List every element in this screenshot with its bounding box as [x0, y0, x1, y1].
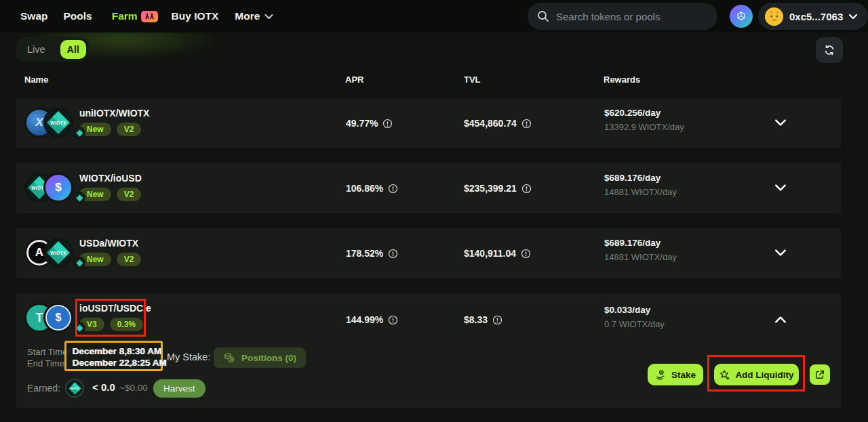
earned-usd-value: ~$0.00	[119, 383, 148, 393]
nav-farm-label: Farm	[112, 10, 138, 22]
nav-pools[interactable]: Pools	[63, 10, 92, 22]
nav-more-label: More	[235, 10, 260, 22]
nav-farm[interactable]: Farm	[112, 10, 158, 22]
earned-label: Earned:	[27, 383, 60, 394]
farm-row-usda-wiotx[interactable]: A WIOTX USDa/WIOTX New V2 178.52% $140,9…	[16, 228, 841, 278]
farm-row-wiotx-iousd[interactable]: WIOTX $ WIOTX/ioUSD New V2 106.86% $235,…	[16, 163, 841, 213]
wiotx-token-icon: WIOTX	[43, 108, 73, 138]
apr-value: 106.86%	[346, 183, 383, 194]
network-mini-badge-icon	[73, 127, 85, 139]
search-bar[interactable]	[528, 3, 717, 30]
my-stake-label: My Stake:	[167, 352, 210, 362]
nav-buy-iotx[interactable]: Buy IOTX	[172, 10, 219, 22]
reward-token: 14881 WIOTX/day	[604, 252, 677, 262]
farm-row-uniiotx-wiotx[interactable]: X WIOTX uniIOTX/WIOTX New V2 49.77% $454…	[16, 98, 841, 148]
badge-row: New V2	[79, 123, 141, 136]
chevron-down-icon	[848, 14, 858, 20]
reward-token: 0.7 WIOTX/day	[604, 319, 665, 329]
farm-row-iousdt-usdce-expanded[interactable]: T $ ioUSDT/USDC.e V3 0.3% 144.99% $8.33 …	[16, 293, 841, 408]
badge-version: V2	[117, 253, 142, 266]
tvl-value: $8.33	[464, 314, 488, 325]
column-header-tvl: TVL	[464, 75, 481, 85]
apr-value: 178.52%	[346, 248, 383, 259]
tvl-value: $140,911.04	[464, 248, 516, 259]
rewards-cell: $689.176/day 14881 WIOTX/day	[604, 173, 677, 197]
external-link-icon	[814, 369, 825, 380]
tvl-value: $235,399.21	[464, 183, 517, 194]
search-input[interactable]	[556, 11, 705, 22]
info-icon[interactable]	[382, 119, 393, 129]
pair-name: uniIOTX/WIOTX	[79, 108, 149, 119]
wiotx-earned-token-icon: WIOTX	[65, 379, 84, 398]
tvl-value: $454,860.74	[464, 118, 517, 129]
nav-swap[interactable]: Swap	[20, 10, 47, 22]
filter-all[interactable]: All	[60, 40, 87, 59]
add-liquidity-button[interactable]: Add Liquidity	[714, 364, 799, 385]
reward-usd: $689.176/day	[604, 173, 677, 183]
info-icon[interactable]	[521, 119, 532, 129]
nav-more[interactable]: More	[235, 10, 273, 22]
network-mini-badge-icon	[73, 192, 85, 204]
pair-name: ioUSDT/USDC.e	[79, 303, 151, 314]
search-icon	[537, 10, 549, 22]
stacked-coins-icon	[223, 352, 235, 364]
hand-coin-icon	[655, 369, 667, 381]
refresh-icon	[823, 44, 835, 56]
wiotx-token-icon: WIOTX	[43, 238, 73, 268]
reward-usd: $689.176/day	[604, 238, 677, 248]
expand-chevron-icon[interactable]	[774, 247, 789, 259]
wallet-address: 0xc5...7063	[789, 11, 843, 22]
external-link-button[interactable]	[810, 364, 830, 385]
wallet-account-button[interactable]: 0xc5...7063	[758, 3, 868, 30]
refresh-button[interactable]	[816, 37, 843, 63]
rewards-cell: $0.033/day 0.7 WIOTX/day	[604, 305, 665, 329]
expand-chevron-icon[interactable]	[774, 182, 789, 194]
chevron-down-icon	[264, 10, 273, 22]
iousd-token-icon: $	[43, 173, 73, 203]
pair-name: USDa/WIOTX	[79, 238, 138, 249]
network-icon[interactable]	[730, 5, 753, 28]
column-header-apr: APR	[345, 75, 363, 85]
start-time-label: Start Time:	[27, 347, 70, 357]
rewards-cell: $689.176/day 14881 WIOTX/day	[604, 238, 677, 262]
column-header-rewards: Rewards	[604, 75, 640, 85]
main-nav: Swap Pools Farm Buy IOTX More	[20, 0, 273, 33]
badge-row: New V2	[79, 253, 141, 266]
info-icon[interactable]	[388, 249, 398, 259]
network-mini-badge-icon	[73, 257, 85, 269]
info-icon[interactable]	[388, 184, 398, 194]
earned-amount: < 0.0	[92, 381, 115, 393]
pair-name: WIOTX/ioUSD	[79, 173, 142, 184]
positions-button[interactable]: Positions (0)	[214, 347, 306, 368]
apr-value: 144.99%	[346, 314, 383, 325]
stake-label: Stake	[671, 370, 696, 380]
apr-value: 49.77%	[346, 118, 378, 129]
column-header-name: Name	[24, 75, 48, 85]
reward-usd: $0.033/day	[604, 305, 665, 315]
badge-fee-tier: 0.3%	[110, 318, 143, 331]
filter-live[interactable]: Live	[27, 44, 45, 55]
rewards-cell: $620.256/day 13392.9 WIOTX/day	[604, 108, 684, 132]
star-plus-icon	[719, 369, 730, 381]
info-icon[interactable]	[521, 249, 531, 259]
reward-token: 13392.9 WIOTX/day	[604, 122, 684, 132]
harvest-button[interactable]: Harvest	[153, 379, 205, 398]
stake-button[interactable]: Stake	[648, 364, 703, 385]
badge-version: V2	[117, 123, 142, 136]
collapse-chevron-icon[interactable]	[774, 314, 789, 326]
network-mini-badge-icon	[73, 322, 85, 334]
end-time-value: December 22,8:25 AM	[72, 358, 166, 368]
badge-row: V3 0.3%	[79, 318, 143, 331]
info-icon[interactable]	[521, 184, 532, 194]
start-time-value: December 8,8:30 AM	[72, 346, 161, 356]
info-icon[interactable]	[388, 315, 398, 325]
badge-row: New V2	[79, 188, 141, 201]
add-liquidity-label: Add Liquidity	[735, 370, 793, 380]
usdc-token-icon: $	[43, 303, 73, 333]
wallet-avatar	[765, 7, 783, 26]
farm-filter-toggle: Live All	[16, 37, 89, 62]
expand-chevron-icon[interactable]	[774, 117, 789, 129]
info-icon[interactable]	[492, 315, 502, 325]
top-navigation-bar: Swap Pools Farm Buy IOTX More 0xc5...706…	[0, 0, 868, 33]
badge-version: V2	[117, 188, 142, 201]
